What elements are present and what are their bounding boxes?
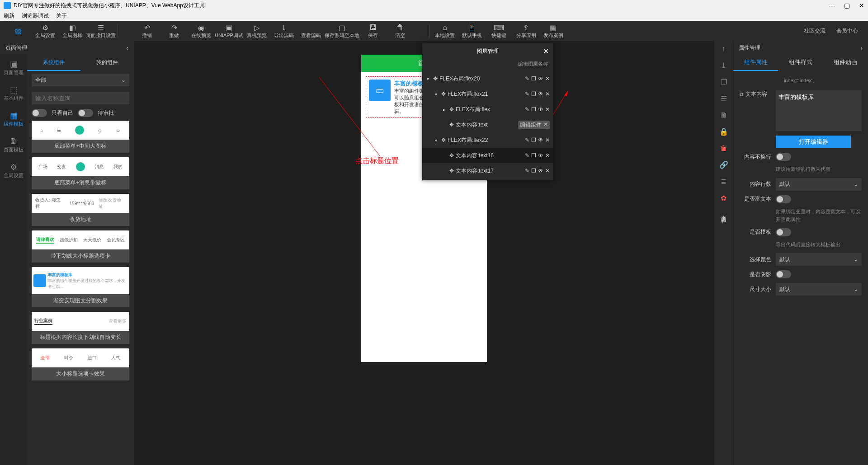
template-card[interactable]: ⌂☰◇☺ 底部菜单+中间大图标 <box>32 121 129 153</box>
template-card[interactable]: 全部时令进口人气 大小标题选项卡效果 <box>32 348 129 380</box>
move-icon[interactable]: ✥ <box>449 168 454 174</box>
canvas-area[interactable]: 首页 ▭ 丰富的模板库 丰富的组件覆盖开发过程的各个需求，可以随意组合组件库，众… <box>134 41 714 465</box>
right-tab[interactable]: 组件属性 <box>733 55 778 71</box>
layers-icon[interactable]: ≣ <box>721 177 726 186</box>
copy-icon[interactable]: ❐ <box>531 75 536 82</box>
toolbar-button[interactable]: ↶撤销 <box>133 22 160 41</box>
minimize-button[interactable]: — <box>829 2 835 9</box>
maximize-button[interactable]: ▢ <box>844 2 850 9</box>
document-icon[interactable]: 🗎 <box>720 111 727 119</box>
eye-icon[interactable]: 👁 <box>538 137 543 143</box>
close-button[interactable]: ✕ <box>859 2 864 9</box>
edit-icon[interactable]: ✎ <box>525 91 529 97</box>
template-card[interactable]: 收货人: 邓忠祥159****6666修改收货地址 收货地址 <box>32 194 129 226</box>
edit-icon[interactable]: ✎ <box>525 106 529 113</box>
color-select[interactable]: 默认⌄ <box>776 253 862 266</box>
lock-icon[interactable]: 🔒 <box>719 127 728 136</box>
layer-item[interactable]: ▾✥FLEX布局:flex21✎❐👁✕ <box>422 86 553 102</box>
copy-icon[interactable]: ❐ <box>531 152 536 159</box>
toolbar-button[interactable]: 🗑清空 <box>387 22 414 41</box>
nav-item[interactable]: ▦组件模板 <box>0 106 27 132</box>
edit-icon[interactable]: ✎ <box>525 75 529 82</box>
open-editor-button[interactable]: 打开编辑器 <box>776 136 851 148</box>
layer-item[interactable]: ✥文本内容:text16✎❐👁✕ <box>422 148 553 163</box>
close-icon[interactable]: ✕ <box>545 106 550 113</box>
collapse-right-icon[interactable]: › <box>860 44 863 52</box>
copy-icon[interactable]: ❐ <box>531 106 536 113</box>
close-icon[interactable]: ✕ <box>543 47 549 56</box>
gear-icon[interactable]: ✿ <box>721 194 726 202</box>
edit-icon[interactable]: ✎ <box>525 152 529 159</box>
edit-icon[interactable]: ✎ <box>525 137 529 143</box>
template-card[interactable]: 丰富的模板库丰富的组件覆盖开发过程的各个需求，开发者可以... 渐变实现图文分割… <box>32 267 129 307</box>
toolbar-button[interactable]: ▣UNIAPP调试 <box>215 22 243 41</box>
move-icon[interactable]: ✥ <box>449 152 454 159</box>
size-select[interactable]: 默认⌄ <box>776 283 862 296</box>
move-icon[interactable]: ✥ <box>433 75 438 82</box>
toolbar-button[interactable]: ⌂本地设置 <box>431 22 458 41</box>
download-icon[interactable]: ⤓ <box>721 61 726 70</box>
collapse-left-icon[interactable]: ‹ <box>126 44 128 52</box>
toggle-pending[interactable] <box>78 109 93 117</box>
eye-icon[interactable]: 👁 <box>538 168 543 174</box>
list-icon[interactable]: ☰ <box>721 94 727 103</box>
copy-icon[interactable]: ❐ <box>531 137 536 143</box>
close-icon[interactable]: ✕ <box>545 137 550 143</box>
tab[interactable]: 我的组件 <box>80 55 134 71</box>
toolbar-button[interactable]: ▦发布案例 <box>540 22 567 41</box>
toolbar-button[interactable]: ▷真机预览 <box>243 22 270 41</box>
toggle-richtext[interactable] <box>776 195 791 203</box>
template-card[interactable]: 行业案例查看更多 标题根据内容长度下划线自动变长 <box>32 312 129 344</box>
toolbar-button[interactable]: ☰页面接口设置 <box>86 22 116 41</box>
menu-browser-debug[interactable]: 浏览器调试 <box>22 12 49 20</box>
nav-item[interactable]: ⚙全局设置 <box>0 158 27 183</box>
toolbar-button[interactable]: ◉在线预览 <box>188 22 215 41</box>
bind-variable-icon[interactable]: ⧉ <box>740 91 744 98</box>
menu-refresh[interactable]: 刷新 <box>4 12 14 20</box>
category-select[interactable]: 全部 ⌄ <box>32 74 129 86</box>
layer-item[interactable]: ✥文本内容:text编辑组件✕ <box>422 117 553 132</box>
edit-badge[interactable]: 编辑组件 <box>520 121 542 129</box>
toggle-template[interactable] <box>776 228 791 236</box>
eye-icon[interactable]: 👁 <box>538 106 543 113</box>
link-icon[interactable]: 🔗 <box>719 160 728 169</box>
logo-button[interactable]: ▨ <box>5 22 32 41</box>
lines-select[interactable]: 默认⌄ <box>776 178 862 191</box>
close-icon[interactable]: ✕ <box>545 75 550 82</box>
toolbar-button[interactable]: ◧全局图标 <box>59 22 86 41</box>
eye-icon[interactable]: 👁 <box>538 152 543 159</box>
right-tab[interactable]: 组件样式 <box>778 55 823 71</box>
nav-item[interactable]: ▣页面管理 <box>0 55 27 80</box>
template-list[interactable]: ⌂☰◇☺ 底部菜单+中间大图标 广场交友消息我的 底部菜单+消息带徽标 收货人:… <box>27 121 134 465</box>
toolbar-link[interactable]: 社区交流 <box>798 27 831 35</box>
layer-item[interactable]: ▾✥FLEX布局:flex22✎❐👁✕ <box>422 132 553 148</box>
right-tab[interactable]: 组件动画 <box>823 55 868 71</box>
close-icon[interactable]: ✕ <box>545 168 550 174</box>
eye-icon[interactable]: 👁 <box>538 75 543 82</box>
menu-about[interactable]: 关于 <box>56 12 67 20</box>
toolbar-link[interactable]: 会员中心 <box>831 27 863 35</box>
layer-item[interactable]: ✥文本内容:text17✎❐👁✕ <box>422 163 553 178</box>
template-card[interactable]: 广场交友消息我的 底部菜单+消息带徽标 <box>32 157 129 189</box>
toolbar-button[interactable]: 📱默认手机 <box>458 22 486 41</box>
arrow-up-icon[interactable]: ↑ <box>722 45 726 53</box>
tab[interactable]: 系统组件 <box>27 55 80 71</box>
move-icon[interactable]: ✥ <box>441 137 446 143</box>
copy-icon[interactable]: ❐ <box>721 78 727 86</box>
close-icon[interactable]: ✕ <box>543 121 548 129</box>
template-card[interactable]: 请你喜欢超低折扣天天低价会员专区 带下划线大小标题选项卡 <box>32 230 129 263</box>
toolbar-button[interactable]: ↷重做 <box>160 22 188 41</box>
toggle-nowrap[interactable] <box>776 153 791 161</box>
toolbar-button[interactable]: ⌨快捷键 <box>486 22 513 41</box>
template-search-input[interactable] <box>32 92 129 104</box>
edit-icon[interactable]: ✎ <box>525 168 529 174</box>
toolbar-button[interactable]: 🖫保存 <box>359 22 387 41</box>
nav-item[interactable]: ⬚基本组件 <box>0 80 27 106</box>
close-icon[interactable]: ✕ <box>545 152 550 159</box>
move-icon[interactable]: ✥ <box>449 122 454 128</box>
toolbar-button[interactable]: ⇪分享应用 <box>513 22 540 41</box>
layer-item[interactable]: ▾✥FLEX布局:flex20✎❐👁✕ <box>422 71 553 86</box>
move-icon[interactable]: ✥ <box>441 91 446 97</box>
move-icon[interactable]: ✥ <box>449 106 454 113</box>
toolbar-button[interactable]: ▢保存源码至本地 <box>325 22 359 41</box>
